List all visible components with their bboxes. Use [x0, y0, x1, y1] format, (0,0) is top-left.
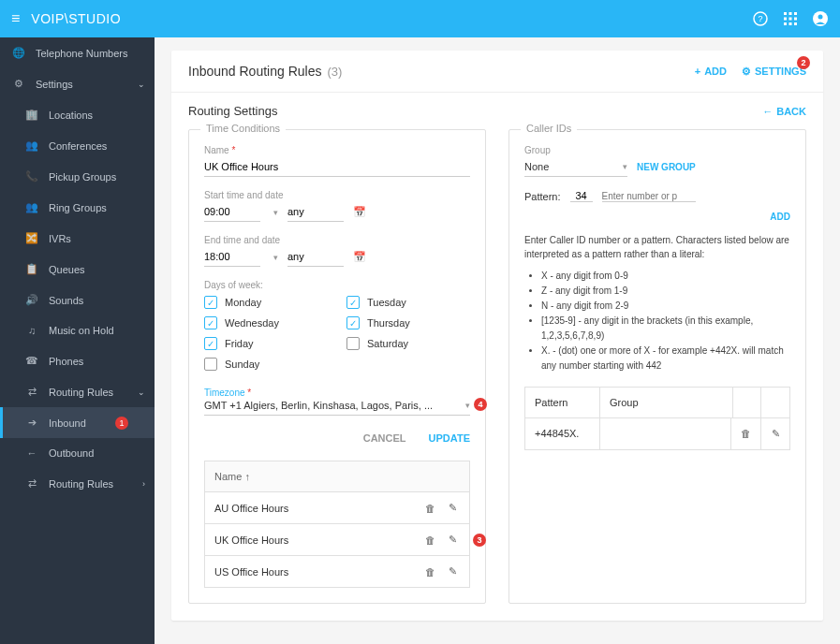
help-item: [1235-9] - any digit in the brackets (in… — [541, 314, 790, 344]
edit-icon[interactable]: ✎ — [445, 534, 460, 546]
hamburger-icon[interactable]: ≡ — [11, 10, 20, 27]
back-arrow-icon: ← — [762, 106, 773, 117]
sidebar-item-ivrs[interactable]: 🔀IVRs — [0, 223, 155, 254]
edit-icon[interactable]: ✎ — [761, 418, 789, 449]
svg-rect-8 — [784, 22, 787, 25]
day-label: Monday — [225, 297, 261, 308]
delete-icon[interactable]: 🗑 — [422, 534, 437, 546]
day-label: Tuesday — [367, 297, 406, 308]
sidebar-item-phones[interactable]: ☎Phones — [0, 345, 155, 376]
sidebar-item-pickup-groups[interactable]: 📞Pickup Groups — [0, 161, 155, 192]
end-label: End time and date — [204, 235, 470, 245]
checkbox-wednesday[interactable]: ✓ — [204, 316, 217, 329]
chevron-down-icon[interactable]: ▾ — [273, 253, 278, 262]
building-icon: 🏢 — [24, 109, 39, 121]
checkbox-saturday[interactable]: ✓ — [346, 337, 360, 350]
page-header: Inbound Routing Rules (3) +ADD ⚙SETTINGS… — [171, 51, 823, 93]
svg-text:?: ? — [758, 14, 762, 23]
sidebar-item-label: Routing Rules — [49, 478, 113, 490]
globe-icon: 🌐 — [11, 47, 26, 59]
table-header: Pattern Group — [525, 388, 789, 418]
help-item: Z - any digit from 1-9 — [541, 284, 790, 299]
pattern-input[interactable] — [602, 191, 696, 202]
add-button[interactable]: +ADD — [695, 66, 727, 77]
group-select[interactable]: None▾ — [524, 157, 627, 177]
delete-icon[interactable]: 🗑 — [422, 566, 437, 578]
sidebar-item-label: Ring Groups — [49, 202, 107, 213]
time-conditions-panel: Time Conditions Name * Start time and da… — [188, 129, 486, 604]
start-time-input[interactable] — [204, 202, 260, 222]
app-logo: VOIP\STUDIO — [31, 11, 121, 26]
sidebar-item-routing-rules-2[interactable]: ⇄Routing Rules› — [0, 468, 155, 499]
column-name: Name — [214, 471, 242, 482]
sidebar-item-label: Conferences — [49, 140, 107, 152]
help-text: Enter Caller ID number or a pattern. Cha… — [524, 233, 790, 261]
sidebar-item-telephone-numbers[interactable]: 🌐Telephone Numbers — [0, 37, 155, 68]
sidebar-item-music-on-hold[interactable]: ♫Music on Hold — [0, 315, 155, 345]
sidebar-item-queues[interactable]: 📋Queues — [0, 254, 155, 285]
sidebar-item-sounds[interactable]: 🔊Sounds — [0, 285, 155, 315]
sidebar-item-conferences[interactable]: 👥Conferences — [0, 130, 155, 161]
sidebar-item-label: Settings — [36, 79, 73, 90]
column-group: Group — [600, 388, 733, 417]
checkbox-tuesday[interactable]: ✓ — [346, 296, 360, 309]
sidebar-item-ring-groups[interactable]: 👥Ring Groups — [0, 192, 155, 223]
svg-rect-9 — [789, 22, 792, 25]
checkbox-friday[interactable]: ✓ — [204, 337, 217, 350]
end-date-input[interactable] — [287, 247, 344, 267]
chevron-down-icon[interactable]: ▾ — [465, 401, 470, 410]
pattern-label: Pattern: — [524, 191, 561, 202]
cancel-button[interactable]: CANCEL — [363, 432, 406, 444]
svg-rect-10 — [794, 22, 797, 25]
sidebar-item-routing-rules[interactable]: ⇄Routing Rules⌄ — [0, 376, 155, 407]
edit-icon[interactable]: ✎ — [445, 502, 460, 514]
pattern-prefix-input[interactable] — [570, 190, 593, 202]
delete-icon[interactable]: 🗑 — [731, 418, 761, 449]
start-date-input[interactable] — [287, 202, 344, 222]
update-button[interactable]: UPDATE — [429, 432, 470, 444]
chevron-down-icon[interactable]: ▾ — [273, 208, 278, 217]
sidebar-item-label: Phones — [49, 356, 83, 367]
back-button[interactable]: ←BACK — [762, 106, 806, 117]
day-label: Sunday — [225, 359, 259, 370]
add-pattern-button[interactable]: ADD — [524, 212, 790, 222]
music-icon: ♫ — [24, 325, 39, 336]
chevron-down-icon: ▾ — [623, 162, 627, 171]
group-label: Group — [524, 145, 790, 155]
sidebar-item-label: Music on Hold — [49, 325, 114, 336]
svg-rect-2 — [784, 12, 787, 15]
routing-icon: ⇄ — [24, 386, 39, 398]
apps-icon[interactable] — [782, 10, 799, 27]
caller-table: Pattern Group +44845X. 🗑 ✎ — [524, 387, 790, 450]
timezone-select[interactable]: GMT +1 Algiers, Berlin, Kinshasa, Lagos,… — [204, 400, 462, 411]
row-name: US Office Hours — [214, 566, 415, 578]
settings-button[interactable]: ⚙SETTINGS 2 — [742, 66, 806, 78]
name-label: Name * — [204, 145, 470, 155]
name-input[interactable] — [204, 157, 470, 177]
sidebar-item-outbound[interactable]: ←Outbound — [0, 438, 155, 468]
column-pattern: Pattern — [525, 388, 600, 417]
chevron-down-icon: ⌄ — [138, 80, 145, 89]
calendar-icon[interactable]: 📅 — [353, 206, 366, 218]
badge-marker: 4 — [474, 398, 487, 411]
svg-rect-5 — [784, 18, 787, 21]
calendar-icon[interactable]: 📅 — [353, 251, 366, 263]
checkbox-sunday[interactable]: ✓ — [204, 358, 217, 371]
sort-icon[interactable]: ↑ — [244, 471, 250, 482]
end-time-input[interactable] — [204, 247, 260, 267]
panel-title: Time Conditions — [200, 123, 286, 134]
sidebar-item-settings[interactable]: ⚙Settings⌄ — [0, 68, 155, 99]
time-rules-table: Name ↑ AU Office Hours 🗑 ✎ UK Office Hou… — [204, 461, 470, 588]
sidebar-item-inbound[interactable]: ➔Inbound1 — [0, 407, 155, 438]
sidebar-item-label: Routing Rules — [49, 387, 113, 398]
help-icon[interactable]: ? — [752, 10, 769, 27]
edit-icon[interactable]: ✎ — [445, 565, 460, 578]
delete-icon[interactable]: 🗑 — [422, 503, 437, 514]
checkbox-monday[interactable]: ✓ — [204, 296, 217, 309]
gear-icon: ⚙ — [11, 78, 26, 90]
user-icon[interactable] — [812, 10, 829, 27]
checkbox-thursday[interactable]: ✓ — [346, 316, 360, 329]
row-name: UK Office Hours — [214, 534, 415, 546]
new-group-button[interactable]: NEW GROUP — [637, 162, 696, 172]
sidebar-item-locations[interactable]: 🏢Locations — [0, 99, 155, 130]
